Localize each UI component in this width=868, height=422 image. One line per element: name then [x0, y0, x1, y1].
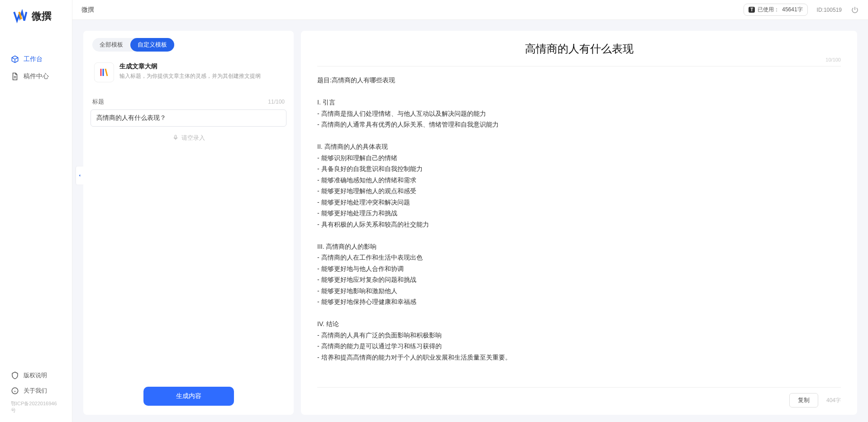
cube-icon	[11, 55, 19, 63]
usage-value: 45641字	[782, 6, 802, 14]
generate-button[interactable]: 生成内容	[143, 387, 234, 406]
nav-label: 工作台	[24, 55, 43, 63]
svg-rect-3	[175, 135, 176, 138]
page-title: 微撰	[81, 6, 94, 14]
topbar: 微撰 T 已使用： 45641字 ID:100519	[72, 0, 868, 20]
generate-area: 生成内容	[91, 383, 286, 408]
content: 全部模板 自定义模板 生成文章大纲 输入标题，为你提供文章主体的灵感，并为其创建…	[72, 20, 868, 422]
collapse-handle[interactable]	[76, 166, 83, 185]
mic-icon	[172, 134, 179, 142]
voice-input-button[interactable]: 请空录入	[91, 134, 286, 142]
logo-icon	[13, 9, 27, 24]
tab-custom-templates[interactable]: 自定义模板	[130, 38, 174, 52]
output-word-count: 404字	[826, 397, 841, 404]
nav-label: 稿件中心	[24, 72, 49, 81]
template-title: 生成文章大纲	[119, 62, 261, 71]
main-area: 微撰 T 已使用： 45641字 ID:100519	[72, 0, 868, 422]
output-footer: 复制 404字	[317, 387, 841, 408]
output-header: 高情商的人有什么表现 10/100	[317, 42, 841, 56]
document-icon	[11, 72, 19, 81]
field-label-title: 标题	[92, 98, 104, 106]
usage-prefix: 已使用：	[758, 6, 779, 14]
template-tabs: 全部模板 自定义模板	[92, 38, 174, 52]
user-id: ID:100519	[817, 7, 842, 13]
output-body[interactable]: 题目:高情商的人有哪些表现 I. 引言 - 高情商是指人们处理情绪、与他人互动以…	[317, 75, 841, 382]
right-panel: 高情商的人有什么表现 10/100 题目:高情商的人有哪些表现 I. 引言 - …	[301, 31, 857, 415]
power-icon[interactable]	[851, 6, 859, 14]
icp-text: 鄂ICP备2022016946号	[0, 398, 72, 417]
copy-button[interactable]: 复制	[789, 393, 818, 408]
sidebar-item-drafts[interactable]: 稿件中心	[0, 68, 72, 85]
divider	[317, 66, 841, 66]
topbar-right: T 已使用： 45641字 ID:100519	[744, 4, 859, 16]
sidebar-footer: 版权说明 关于我们 鄂ICP备2022016946号	[0, 368, 72, 422]
voice-label: 请空录入	[181, 134, 205, 142]
info-icon	[11, 387, 19, 395]
text-badge-icon: T	[749, 7, 755, 13]
tab-all-templates[interactable]: 全部模板	[92, 38, 130, 52]
app-root: 微撰 工作台 稿件中心 版权说明	[0, 0, 868, 422]
sidebar: 微撰 工作台 稿件中心 版权说明	[0, 0, 72, 422]
sidebar-item-workbench[interactable]: 工作台	[0, 51, 72, 68]
title-field-group: 标题 11/100	[91, 98, 286, 127]
sidebar-item-copyright[interactable]: 版权说明	[0, 368, 72, 383]
sidebar-nav: 工作台 稿件中心	[0, 33, 72, 368]
output-title: 高情商的人有什么表现	[317, 42, 841, 56]
char-count: 11/100	[268, 99, 285, 105]
footer-label: 版权说明	[24, 371, 47, 379]
template-thumb-icon	[94, 62, 114, 82]
sidebar-item-about[interactable]: 关于我们	[0, 383, 72, 398]
usage-pill[interactable]: T 已使用： 45641字	[744, 4, 807, 16]
template-card: 生成文章大纲 输入标题，为你提供文章主体的灵感，并为其创建推文提纲	[91, 58, 286, 89]
left-panel: 全部模板 自定义模板 生成文章大纲 输入标题，为你提供文章主体的灵感，并为其创建…	[83, 31, 294, 415]
title-char-count: 10/100	[825, 57, 841, 62]
logo: 微撰	[0, 0, 72, 33]
title-input[interactable]	[91, 109, 286, 127]
template-info: 生成文章大纲 输入标题，为你提供文章主体的灵感，并为其创建推文提纲	[119, 62, 261, 80]
footer-label: 关于我们	[24, 387, 47, 395]
shield-icon	[11, 371, 19, 379]
logo-text: 微撰	[32, 9, 52, 23]
template-desc: 输入标题，为你提供文章主体的灵感，并为其创建推文提纲	[119, 72, 261, 80]
